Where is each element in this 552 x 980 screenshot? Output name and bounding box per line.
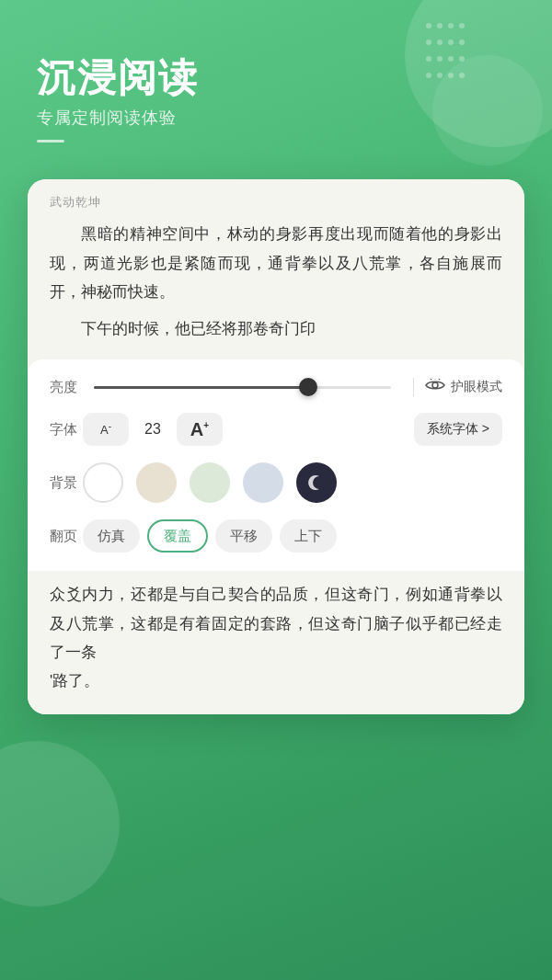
svg-line-3	[439, 379, 440, 380]
font-decrease-label: A-	[100, 421, 111, 437]
background-beige[interactable]	[136, 462, 177, 503]
brightness-row: 亮度 护眼模式	[50, 378, 502, 396]
font-size-display: 23	[140, 421, 166, 438]
font-family-button[interactable]: 系统字体 >	[414, 413, 502, 446]
divider	[413, 378, 414, 396]
font-label: 字体	[50, 421, 83, 439]
page-option-cover-label: 覆盖	[164, 528, 191, 545]
font-increase-label: A+	[190, 419, 209, 440]
font-row: 字体 A- 23 A+ 系统字体 >	[50, 413, 502, 446]
page-option-scroll-label: 上下	[294, 528, 322, 545]
brightness-fill	[94, 386, 308, 389]
book-content-area: 武动乾坤 黑暗的精神空间中，林动的身影再度出现而随着他的身影出现，两道光影也是紧…	[28, 179, 524, 359]
page-turn-row: 翻页 仿真 覆盖 平移 上下	[50, 519, 502, 553]
svg-point-0	[432, 382, 438, 388]
book-paragraph-2: 下午的时候，他已经将那卷奇门印	[50, 314, 502, 343]
settings-panel: 亮度 护眼模式	[28, 359, 524, 571]
brightness-label: 亮度	[50, 379, 83, 396]
page-option-slide[interactable]: 平移	[215, 519, 272, 553]
bottom-paragraph: 众爻内力，还都是与自己契合的品质，但这奇门，例如通背拳以及八荒掌，这都是有着固定…	[50, 580, 502, 696]
background-dark[interactable]	[296, 462, 337, 503]
page-options: 仿真 覆盖 平移 上下	[83, 519, 502, 553]
brightness-slider-container[interactable]	[94, 386, 391, 389]
font-increase-button[interactable]: A+	[177, 413, 223, 446]
book-title: 武动乾坤	[50, 194, 502, 211]
page-option-simulated[interactable]: 仿真	[83, 519, 140, 553]
background-light-blue[interactable]	[243, 462, 283, 503]
background-row: 背景	[50, 462, 502, 503]
book-text: 黑暗的精神空间中，林动的身影再度出现而随着他的身影出现，两道光影也是紧随而现，通…	[50, 220, 502, 343]
brightness-thumb[interactable]	[299, 378, 317, 396]
page-option-slide-label: 平移	[230, 528, 258, 545]
page-option-scroll[interactable]: 上下	[280, 519, 337, 553]
bottom-text-area: 众爻内力，还都是与自己契合的品质，但这奇门，例如通背拳以及八荒掌，这都是有着固定…	[28, 571, 524, 714]
eye-icon	[425, 379, 445, 395]
header: 沉浸阅读 专属定制阅读体验	[0, 0, 552, 161]
book-paragraph-1: 黑暗的精神空间中，林动的身影再度出现而随着他的身影出现，两道光影也是紧随而现，通…	[50, 220, 502, 306]
page-label: 翻页	[50, 528, 83, 545]
page-option-simulated-label: 仿真	[98, 528, 125, 545]
brightness-track	[94, 386, 391, 389]
eye-mode-button[interactable]: 护眼模式	[425, 379, 502, 395]
background-label: 背景	[50, 474, 83, 492]
font-controls: A- 23 A+ 系统字体 >	[83, 413, 502, 446]
background-light-green[interactable]	[190, 462, 230, 503]
background-white[interactable]	[83, 462, 123, 503]
background-options	[83, 462, 502, 503]
font-decrease-button[interactable]: A-	[83, 413, 129, 446]
header-underline	[37, 140, 64, 142]
page-option-cover[interactable]: 覆盖	[147, 519, 208, 553]
page-subtitle: 专属定制阅读体验	[37, 107, 515, 129]
page-title: 沉浸阅读	[37, 55, 515, 101]
eye-mode-label: 护眼模式	[451, 379, 502, 395]
main-card: 武动乾坤 黑暗的精神空间中，林动的身影再度出现而随着他的身影出现，两道光影也是紧…	[28, 179, 524, 714]
svg-line-1	[431, 379, 431, 380]
